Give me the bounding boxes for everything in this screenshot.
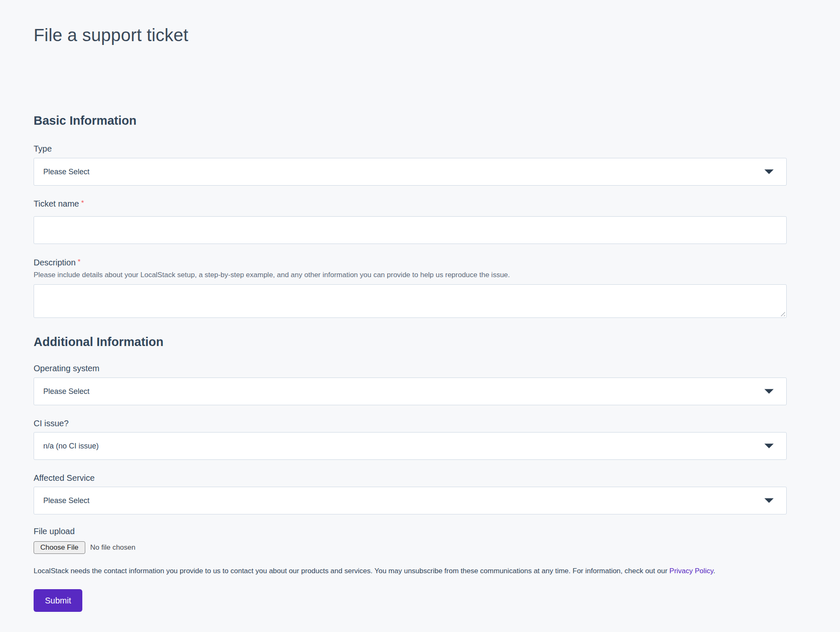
operating-system-select[interactable]: Please Select xyxy=(34,378,787,405)
privacy-policy-link[interactable]: Privacy Policy xyxy=(669,567,714,575)
section-heading-additional-information: Additional Information xyxy=(34,335,787,349)
privacy-notice-period: . xyxy=(713,567,715,575)
privacy-notice: LocalStack needs the contact information… xyxy=(34,566,787,575)
description-help-text: Please include details about your LocalS… xyxy=(34,270,787,279)
ci-issue-label: CI issue? xyxy=(34,418,787,428)
file-upload-label: File upload xyxy=(34,526,787,536)
submit-button[interactable]: Submit xyxy=(34,589,82,612)
affected-service-select[interactable]: Please Select xyxy=(34,487,787,514)
type-select[interactable]: Please Select xyxy=(34,158,787,186)
ticket-name-input[interactable] xyxy=(34,216,787,244)
choose-file-button[interactable]: Choose File xyxy=(34,541,85,554)
section-heading-basic-information: Basic Information xyxy=(34,113,787,128)
type-select-value: Please Select xyxy=(43,168,89,176)
dropdown-arrow-icon xyxy=(764,498,774,503)
required-asterisk: * xyxy=(81,199,84,207)
ci-issue-select[interactable]: n/a (no CI issue) xyxy=(34,432,787,460)
operating-system-label: Operating system xyxy=(34,363,787,373)
required-asterisk: * xyxy=(78,258,81,266)
file-upload-control: Choose File No file chosen xyxy=(34,541,787,554)
description-label: Description* xyxy=(34,257,787,268)
ticket-name-label: Ticket name* xyxy=(34,199,787,210)
affected-service-select-value: Please Select xyxy=(43,496,89,505)
privacy-notice-text: LocalStack needs the contact information… xyxy=(34,567,669,575)
affected-service-label: Affected Service xyxy=(34,473,787,483)
page-title: File a support ticket xyxy=(34,0,787,45)
file-upload-status: No file chosen xyxy=(90,543,136,552)
support-ticket-form: File a support ticket Basic Information … xyxy=(34,0,787,612)
type-label: Type xyxy=(34,144,787,154)
dropdown-arrow-icon xyxy=(764,444,774,448)
ci-issue-select-value: n/a (no CI issue) xyxy=(43,442,99,451)
dropdown-arrow-icon xyxy=(764,170,774,174)
dropdown-arrow-icon xyxy=(764,389,774,394)
operating-system-select-value: Please Select xyxy=(43,387,89,396)
description-textarea[interactable] xyxy=(34,284,787,318)
